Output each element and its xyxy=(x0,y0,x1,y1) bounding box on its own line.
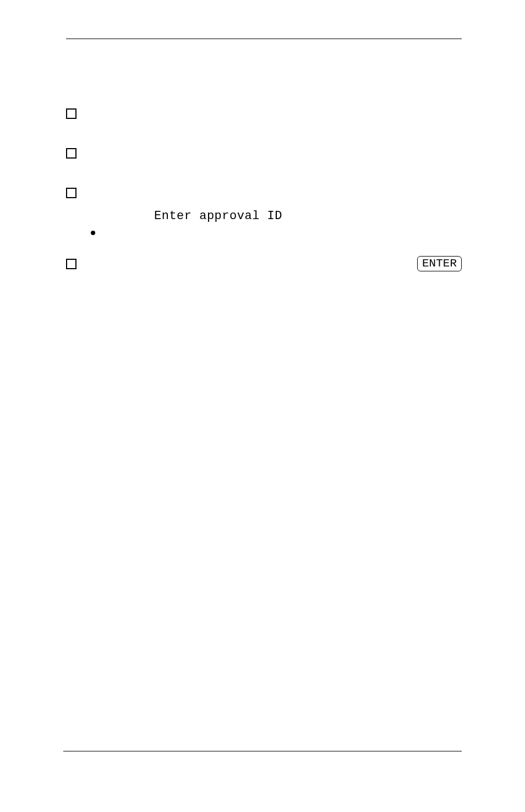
checklist-item xyxy=(66,187,462,198)
document-page: Enter approval ID ENTER xyxy=(0,0,525,812)
checkbox-icon xyxy=(66,108,76,119)
checkbox-icon xyxy=(66,259,76,269)
checkbox-icon xyxy=(66,188,76,198)
bullet-dot-icon xyxy=(91,231,95,235)
sub-bullet xyxy=(63,227,462,235)
monospace-prompt: Enter approval ID xyxy=(63,209,282,223)
checklist-item xyxy=(66,108,462,119)
checklist xyxy=(63,108,462,198)
enter-keycap: ENTER xyxy=(417,256,462,271)
checkbox-icon xyxy=(66,148,76,159)
checklist-item xyxy=(66,148,462,159)
footer-rule xyxy=(63,751,462,751)
header-rule xyxy=(66,39,462,39)
checklist-item-with-key: ENTER xyxy=(63,256,462,271)
